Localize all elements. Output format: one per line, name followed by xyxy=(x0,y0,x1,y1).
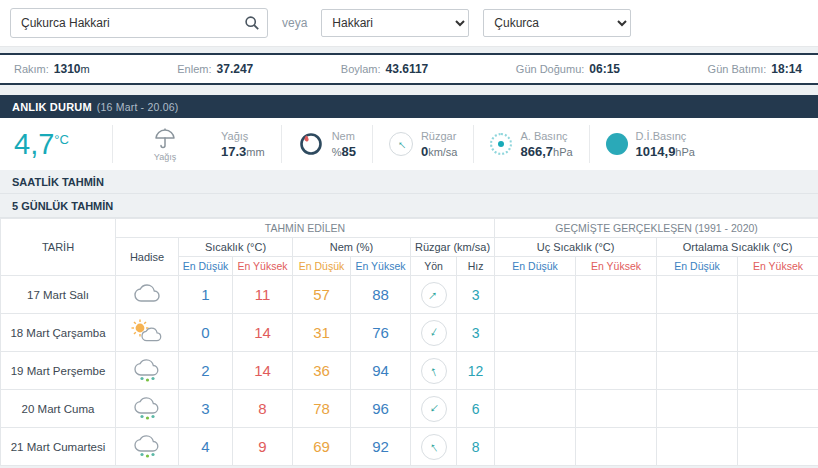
temp-max-value: 14 xyxy=(233,314,293,352)
extreme-temp-group-header: Uç Sıcaklık (°C) xyxy=(495,238,657,257)
hum-max-header: En Yüksek xyxy=(351,257,411,276)
search-input[interactable] xyxy=(10,8,268,38)
hum-max-value: 88 xyxy=(351,276,411,314)
temp-max-value: 9 xyxy=(233,428,293,466)
row-date: 20 Mart Cuma xyxy=(1,390,116,428)
weather-icon-use xyxy=(135,285,159,301)
ext-max-cell xyxy=(576,276,657,314)
precipitation-value: 17.3mm xyxy=(221,144,265,159)
humidity-value: %85 xyxy=(332,144,356,159)
forecast-row: 21 Mart Cumartesi 4 9 69 92 ↑ 8 xyxy=(1,428,818,466)
avg-min-cell xyxy=(657,276,738,314)
hum-min-value: 78 xyxy=(293,390,351,428)
wind-arrow: ↑ xyxy=(426,401,441,416)
forecast-table: TARİH TAHMİN EDİLEN GEÇMİŞTE GERÇEKLEŞEN… xyxy=(0,218,818,466)
weather-condition-cell xyxy=(116,314,179,352)
wind-speed-value: 3 xyxy=(457,314,495,352)
forecast-row: 20 Mart Cuma 3 8 78 96 ↑ 6 xyxy=(1,390,818,428)
wind-arrow: ↑ xyxy=(427,325,440,341)
weather-condition-cell xyxy=(116,390,179,428)
hum-max-value: 94 xyxy=(351,352,411,390)
humidity-gauge-icon xyxy=(298,131,324,157)
sunset-info: Gün Batımı:18:14 xyxy=(708,62,802,76)
wind-speed-value: 6 xyxy=(457,390,495,428)
pressure-metric: A. Basınç 866,7hPa xyxy=(480,130,582,159)
wind-direction-icon: ↑ xyxy=(421,434,447,460)
weather-icon-use xyxy=(135,359,158,381)
ext-min-cell xyxy=(495,276,576,314)
ext-min-cell xyxy=(495,314,576,352)
daily-forecast-header[interactable]: 5 GÜNLÜK TAHMİN xyxy=(0,194,818,218)
wind-direction-cell: ↑ xyxy=(411,314,457,352)
avg-min-cell xyxy=(657,428,738,466)
row-date: 17 Mart Salı xyxy=(1,276,116,314)
wind-direction-cell: ↑ xyxy=(411,352,457,390)
district-select[interactable]: Çukurca xyxy=(483,9,631,37)
historical-group-header: GEÇMİŞTE GERÇEKLEŞEN (1991 - 2020) xyxy=(495,219,818,238)
weather-icon-use xyxy=(132,319,161,340)
wind-direction-icon: ↑ xyxy=(421,282,447,308)
wind-arrow: ↑ xyxy=(426,287,441,302)
wind-label: Rüzgar xyxy=(421,130,458,142)
ext-max-header: En Yüksek xyxy=(576,257,657,276)
province-select[interactable]: Hakkari xyxy=(321,9,469,37)
divider xyxy=(372,125,373,163)
forecast-row: 17 Mart Salı 1 11 57 88 ↑ 3 xyxy=(1,276,818,314)
event-column-header: Hadise xyxy=(116,238,179,276)
wind-direction-icon: ↑ xyxy=(421,320,447,346)
current-conditions-panel: 4,7°C Yağış Yağış 17.3mm xyxy=(0,118,818,170)
hum-min-value: 36 xyxy=(293,352,351,390)
avg-max-header: En Yüksek xyxy=(738,257,818,276)
ext-max-cell xyxy=(576,352,657,390)
row-date: 18 Mart Çarşamba xyxy=(1,314,116,352)
temp-max-value: 14 xyxy=(233,352,293,390)
temp-min-value: 0 xyxy=(179,314,233,352)
topbar: veya Hakkari Çukurca xyxy=(0,0,818,47)
weather-condition-cell xyxy=(116,352,179,390)
current-temperature: 4,7°C xyxy=(10,128,106,161)
search-button[interactable] xyxy=(238,10,266,36)
precipitation-label: Yağış xyxy=(221,130,265,142)
average-temp-group-header: Ortalama Sıcaklık (°C) xyxy=(657,238,818,257)
wind-speed-value: 12 xyxy=(457,352,495,390)
row-date: 21 Mart Cumartesi xyxy=(1,428,116,466)
pressure-label: A. Basınç xyxy=(520,130,572,142)
row-date: 19 Mart Perşembe xyxy=(1,352,116,390)
ext-max-cell xyxy=(576,314,657,352)
forecast-table-body: 17 Mart Salı 1 11 57 88 ↑ 3 18 Mart Çarş… xyxy=(1,276,818,466)
weather-condition-cell xyxy=(116,428,179,466)
search-icon xyxy=(244,15,260,31)
longitude-info: Boylam:43.6117 xyxy=(341,62,428,76)
wind-speed-value: 8 xyxy=(457,428,495,466)
divider xyxy=(281,125,282,163)
current-conditions-header: ANLIK DURUM (16 Mart - 20.06) xyxy=(0,95,818,118)
wind-direction-icon: ↑ xyxy=(421,396,447,422)
avg-min-cell xyxy=(657,352,738,390)
wind-metric: ↑ Rüzgar 0km/sa xyxy=(379,130,468,159)
pressure-value: 866,7hPa xyxy=(520,144,572,159)
hum-min-value: 31 xyxy=(293,314,351,352)
wind-arrow: ↑ xyxy=(427,439,441,454)
station-pressure-icon xyxy=(490,133,512,155)
divider xyxy=(589,125,590,163)
wind-direction-cell: ↑ xyxy=(411,390,457,428)
weather-icon xyxy=(128,432,166,458)
wind-speed-header: Hız xyxy=(457,257,495,276)
avg-min-header: En Düşük xyxy=(657,257,738,276)
sea-pressure-label: D.İ.Basınç xyxy=(636,130,695,142)
weather-icon-use xyxy=(135,397,158,419)
hum-min-value: 69 xyxy=(293,428,351,466)
divider xyxy=(473,125,474,163)
hum-min-header: En Düşük xyxy=(293,257,351,276)
hourly-forecast-header[interactable]: SAATLİK TAHMİN xyxy=(0,170,818,194)
divider xyxy=(112,125,113,163)
temp-min-value: 4 xyxy=(179,428,233,466)
avg-min-cell xyxy=(657,390,738,428)
sea-pressure-icon xyxy=(606,133,628,155)
current-conditions-time: (16 Mart - 20.06) xyxy=(97,101,179,113)
avg-max-cell xyxy=(738,314,818,352)
humidity-label: Nem xyxy=(332,130,356,142)
wind-direction-cell: ↑ xyxy=(411,428,457,466)
weather-icon-use xyxy=(135,435,158,457)
weather-condition-cell xyxy=(116,276,179,314)
